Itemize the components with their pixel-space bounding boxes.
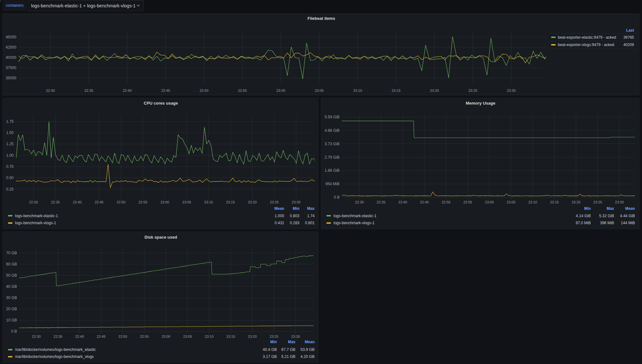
svg-text:23:30: 23:30 — [291, 335, 300, 338]
svg-text:23:25: 23:25 — [593, 200, 602, 204]
svg-text:22:50: 22:50 — [118, 335, 127, 338]
svg-text:Max: Max — [288, 340, 296, 344]
svg-text:4.20 GB: 4.20 GB — [301, 354, 315, 359]
svg-text:logs-benchmark-vlogs-1: logs-benchmark-vlogs-1 — [15, 221, 56, 225]
svg-text:23:10: 23:10 — [204, 200, 213, 204]
svg-text:40.4 GB: 40.4 GB — [263, 347, 277, 352]
svg-text:23:25: 23:25 — [269, 335, 278, 338]
svg-text:2.79 GiB: 2.79 GiB — [325, 155, 340, 160]
svg-text:10 GB: 10 GB — [6, 318, 17, 322]
svg-text:0.801: 0.801 — [305, 221, 315, 225]
svg-text:23:00: 23:00 — [162, 335, 171, 338]
svg-text:4.14 GiB: 4.14 GiB — [576, 214, 591, 218]
svg-text:60 GB: 60 GB — [6, 262, 17, 266]
svg-text:logs-benchmark-vlogs-1: logs-benchmark-vlogs-1 — [333, 221, 374, 225]
svg-text:/var/lib/docker/volumes/logs-b: /var/lib/docker/volumes/logs-benchmark_e… — [15, 347, 96, 352]
svg-text:beat-exporter-vlogs:9479 - ack: beat-exporter-vlogs:9479 - acked — [558, 43, 614, 47]
svg-text:Min: Min — [584, 206, 591, 211]
svg-text:22:30: 22:30 — [32, 335, 41, 338]
svg-text:23:30: 23:30 — [615, 200, 624, 204]
svg-text:23:15: 23:15 — [392, 89, 401, 92]
svg-text:Mean: Mean — [625, 206, 635, 211]
svg-text:22:40: 22:40 — [398, 200, 407, 204]
svg-text:Last: Last — [626, 28, 634, 33]
svg-text:50 GB: 50 GB — [6, 273, 17, 278]
svg-text:23:20: 23:20 — [430, 89, 439, 92]
svg-text:23:15: 23:15 — [550, 200, 559, 204]
svg-text:0.25: 0.25 — [6, 187, 14, 192]
svg-text:0.431: 0.431 — [275, 221, 284, 225]
svg-text:23:20: 23:20 — [248, 335, 257, 338]
svg-text:/var/lib/docker/volumes/logs-b: /var/lib/docker/volumes/logs-benchmark_v… — [15, 354, 94, 359]
svg-text:39765: 39765 — [623, 35, 634, 40]
svg-text:23:00: 23:00 — [485, 200, 494, 204]
svg-text:23:10: 23:10 — [528, 200, 537, 204]
svg-text:22:30: 22:30 — [46, 89, 55, 92]
svg-text:22:40: 22:40 — [75, 335, 84, 338]
svg-text:40209: 40209 — [623, 43, 634, 47]
svg-text:1.74: 1.74 — [307, 214, 315, 218]
svg-text:22:35: 22:35 — [51, 200, 60, 204]
svg-text:23:05: 23:05 — [183, 335, 192, 338]
svg-text:23:30: 23:30 — [292, 200, 301, 204]
svg-text:logs-benchmark-elastic-1: logs-benchmark-elastic-1 — [333, 214, 376, 218]
svg-text:1.75: 1.75 — [6, 119, 14, 124]
svg-text:23:10: 23:10 — [205, 335, 214, 338]
svg-text:23:25: 23:25 — [469, 89, 477, 92]
svg-text:Disk space used: Disk space used — [145, 235, 177, 240]
svg-text:37500: 37500 — [6, 66, 17, 70]
svg-text:22:45: 22:45 — [161, 89, 170, 92]
svg-text:22:45: 22:45 — [95, 200, 104, 204]
svg-text:23:10: 23:10 — [353, 89, 362, 92]
svg-text:23:15: 23:15 — [226, 335, 235, 338]
svg-text:5.32 GiB: 5.32 GiB — [599, 214, 614, 218]
svg-text:22:30: 22:30 — [29, 200, 38, 204]
svg-text:30 GB: 30 GB — [6, 296, 17, 300]
svg-text:0.50: 0.50 — [6, 176, 14, 180]
svg-text:23:20: 23:20 — [572, 200, 581, 204]
svg-text:1.25: 1.25 — [6, 142, 14, 146]
svg-text:22:45: 22:45 — [97, 335, 106, 338]
svg-text:22:50: 22:50 — [200, 89, 209, 92]
svg-text:22:55: 22:55 — [238, 89, 247, 92]
svg-text:logs-benchmark-elastic-1: logs-benchmark-elastic-1 — [15, 214, 58, 218]
svg-text:Min: Min — [293, 206, 300, 211]
svg-text:396 MiB: 396 MiB — [600, 221, 614, 225]
svg-text:1.50: 1.50 — [6, 131, 14, 135]
svg-text:Memory Usage: Memory Usage — [466, 101, 495, 106]
svg-text:35000: 35000 — [6, 76, 17, 80]
svg-text:67.7 GB: 67.7 GB — [281, 347, 295, 352]
svg-text:Max: Max — [307, 206, 315, 211]
svg-text:22:50: 22:50 — [442, 200, 451, 204]
svg-text:Min: Min — [270, 340, 277, 344]
svg-text:40 GB: 40 GB — [6, 284, 17, 289]
svg-text:1.86 GiB: 1.86 GiB — [325, 168, 340, 173]
svg-text:23:25: 23:25 — [270, 200, 279, 204]
svg-text:22:45: 22:45 — [420, 200, 429, 204]
svg-text:954 MiB: 954 MiB — [325, 182, 340, 186]
svg-text:23:30: 23:30 — [507, 89, 516, 92]
svg-text:Mean: Mean — [274, 206, 284, 211]
svg-text:22:35: 22:35 — [377, 200, 386, 204]
svg-text:22:55: 22:55 — [139, 200, 148, 204]
svg-text:23:00: 23:00 — [277, 89, 285, 92]
svg-text:22:35: 22:35 — [53, 335, 62, 338]
svg-text:22:55: 22:55 — [140, 335, 149, 338]
svg-text:144 MiB: 144 MiB — [621, 221, 635, 225]
svg-text:23:05: 23:05 — [182, 200, 191, 204]
svg-text:3.73 GiB: 3.73 GiB — [325, 142, 340, 146]
svg-text:4.44 GiB: 4.44 GiB — [620, 214, 635, 218]
svg-text:70 GB: 70 GB — [6, 251, 17, 255]
svg-text:0 B: 0 B — [334, 195, 340, 200]
svg-text:CPU cores usage: CPU cores usage — [144, 101, 178, 106]
svg-text:22:35: 22:35 — [84, 89, 93, 92]
svg-text:42500: 42500 — [6, 45, 17, 50]
svg-text:22:50: 22:50 — [116, 200, 125, 204]
svg-text:beat-exporter-elastic:9479 - a: beat-exporter-elastic:9479 - acked — [558, 35, 616, 40]
svg-text:22:55: 22:55 — [463, 200, 472, 204]
svg-text:Mean: Mean — [305, 340, 315, 344]
svg-text:22:40: 22:40 — [123, 89, 132, 92]
svg-text:0 B: 0 B — [11, 329, 17, 334]
svg-text:23:05: 23:05 — [315, 89, 324, 92]
svg-text:4.66 GiB: 4.66 GiB — [325, 128, 340, 133]
